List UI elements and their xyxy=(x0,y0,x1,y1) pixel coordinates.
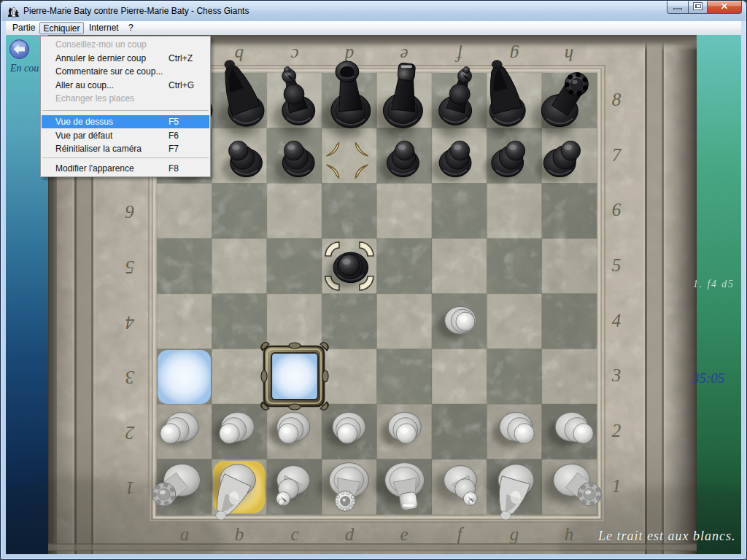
svg-text:e: e xyxy=(400,524,408,544)
svg-text:b: b xyxy=(235,524,244,544)
svg-text:8: 8 xyxy=(612,90,622,109)
svg-text:7: 7 xyxy=(612,145,622,165)
svg-text:3: 3 xyxy=(611,365,622,385)
svg-text:1: 1 xyxy=(125,478,135,498)
svg-text:4: 4 xyxy=(612,311,622,330)
svg-text:e: e xyxy=(400,45,408,65)
svg-text:2: 2 xyxy=(612,421,622,440)
svg-text:3: 3 xyxy=(125,368,136,387)
svg-text:h: h xyxy=(565,524,574,544)
svg-text:a: a xyxy=(180,524,190,544)
svg-text:5: 5 xyxy=(125,257,135,277)
svg-text:g: g xyxy=(510,524,519,544)
svg-text:g: g xyxy=(510,45,519,65)
svg-text:d: d xyxy=(345,524,355,544)
svg-text:c: c xyxy=(290,524,298,544)
svg-text:b: b xyxy=(235,45,244,65)
svg-text:5: 5 xyxy=(612,255,622,275)
svg-text:c: c xyxy=(290,45,298,65)
svg-text:6: 6 xyxy=(612,200,622,219)
svg-text:2: 2 xyxy=(125,423,135,443)
svg-text:4: 4 xyxy=(125,313,135,332)
svg-text:1: 1 xyxy=(612,476,622,496)
svg-text:h: h xyxy=(565,45,574,65)
svg-text:6: 6 xyxy=(125,202,134,222)
